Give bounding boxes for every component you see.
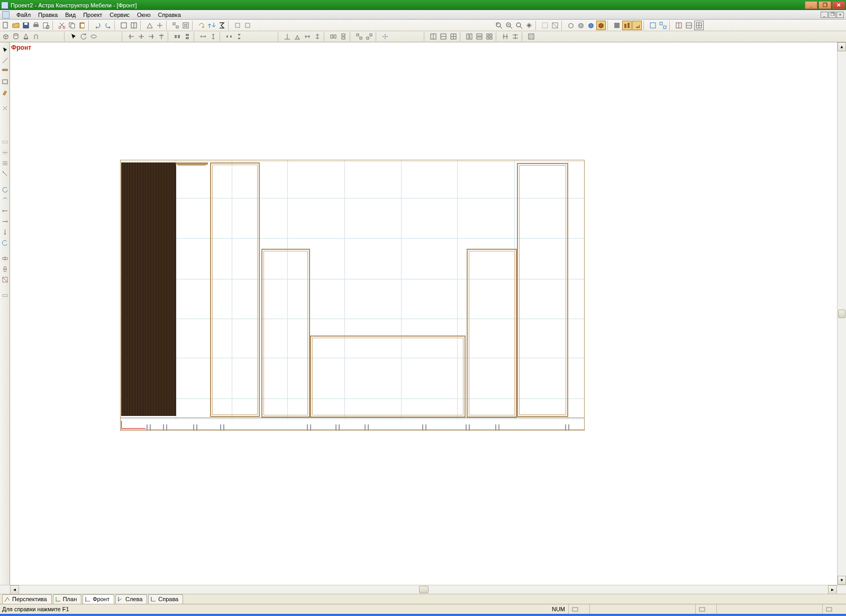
layout1-icon[interactable]: [674, 21, 684, 30]
open-icon[interactable]: [11, 21, 21, 30]
rect-tool-icon[interactable]: [1, 77, 9, 86]
grid-3-icon[interactable]: [449, 32, 458, 41]
align-4-icon[interactable]: [157, 32, 166, 41]
op-9-icon[interactable]: [1, 228, 9, 236]
vscroll-thumb[interactable]: [838, 310, 845, 318]
snap-8-icon[interactable]: [365, 32, 374, 41]
horizontal-scrollbar[interactable]: ◄ ►: [0, 585, 846, 594]
tool-a6-icon[interactable]: [181, 21, 190, 30]
paste-icon[interactable]: [77, 21, 87, 30]
op-1-icon[interactable]: [1, 138, 9, 146]
maximize-button[interactable]: ❐: [818, 1, 831, 9]
render2-icon[interactable]: [622, 21, 632, 30]
box-icon[interactable]: [1, 32, 11, 41]
snap-5-icon[interactable]: [329, 32, 338, 41]
tool-a10-icon[interactable]: [243, 21, 252, 30]
tab-left[interactable]: Слева: [115, 594, 147, 604]
cube1-icon[interactable]: [566, 21, 576, 30]
sigma-icon[interactable]: [217, 21, 226, 30]
op-14-icon[interactable]: [1, 291, 9, 300]
wire-icon[interactable]: [540, 21, 550, 30]
mdi-restore[interactable]: ❐: [829, 12, 836, 18]
op-12-icon[interactable]: [1, 265, 9, 273]
snap-6-icon[interactable]: [339, 32, 348, 41]
delete-tool-icon[interactable]: [1, 104, 9, 112]
pan-icon[interactable]: [524, 21, 534, 30]
scroll-right-button[interactable]: ►: [828, 585, 837, 594]
op-7-icon[interactable]: [1, 206, 9, 215]
snap-3-icon[interactable]: [303, 32, 312, 41]
view2-icon[interactable]: [658, 21, 668, 30]
grid-2-icon[interactable]: [439, 32, 448, 41]
layout2-icon[interactable]: [684, 21, 694, 30]
mdi-minimize[interactable]: _: [821, 12, 828, 18]
mdi-icon[interactable]: [2, 11, 10, 19]
menu-file[interactable]: Файл: [13, 11, 34, 19]
view1-icon[interactable]: [648, 21, 658, 30]
scroll-up-button[interactable]: ▲: [838, 42, 846, 51]
cube4-icon[interactable]: [596, 21, 606, 30]
scroll-left-button[interactable]: ◄: [10, 585, 19, 594]
snap-2-icon[interactable]: [293, 32, 302, 41]
grid-7-icon[interactable]: [501, 32, 510, 41]
dist-2-icon[interactable]: [208, 32, 218, 41]
tool-a1-icon[interactable]: [119, 21, 129, 30]
tool-a2-icon[interactable]: [129, 21, 139, 30]
grid-9-icon[interactable]: [526, 32, 536, 41]
cube3-icon[interactable]: [586, 21, 596, 30]
align-6-icon[interactable]: [183, 32, 192, 41]
menu-edit[interactable]: Правка: [34, 11, 61, 19]
cylinder-icon[interactable]: [11, 32, 21, 41]
tab-front[interactable]: Фронт: [83, 594, 114, 604]
grid-6-icon[interactable]: [485, 32, 494, 41]
grid-8-icon[interactable]: [511, 32, 520, 41]
panel-tool-icon[interactable]: [1, 67, 9, 75]
op-4-icon[interactable]: [1, 169, 9, 178]
dist-1-icon[interactable]: [198, 32, 208, 41]
tool-a7-icon[interactable]: [197, 21, 206, 30]
zoom-fit-icon[interactable]: [514, 21, 524, 30]
tool-a5-icon[interactable]: [171, 21, 180, 30]
tool-a3-icon[interactable]: [145, 21, 154, 30]
menu-view[interactable]: Вид: [61, 11, 79, 19]
hidden-icon[interactable]: [550, 21, 560, 30]
new-icon[interactable]: [1, 21, 11, 30]
tool-a8-icon[interactable]: [207, 21, 216, 30]
snap-4-icon[interactable]: [313, 32, 322, 41]
tab-plan[interactable]: План: [53, 594, 82, 604]
print-preview-icon[interactable]: [41, 21, 51, 30]
cursor-icon[interactable]: [69, 32, 78, 41]
canvas[interactable]: Фронт: [10, 42, 837, 585]
undo-icon[interactable]: [93, 21, 103, 30]
copy-icon[interactable]: [67, 21, 77, 30]
tab-perspective[interactable]: Перспектива: [2, 594, 52, 604]
grid-1-icon[interactable]: [429, 32, 438, 41]
op-10-icon[interactable]: [1, 238, 9, 247]
align-3-icon[interactable]: [147, 32, 156, 41]
redo-icon[interactable]: [103, 21, 113, 30]
cube2-icon[interactable]: [576, 21, 586, 30]
hscroll-thumb[interactable]: [419, 586, 429, 593]
menu-project[interactable]: Проект: [79, 11, 106, 19]
save-icon[interactable]: [21, 21, 31, 30]
extrude-icon[interactable]: [31, 32, 41, 41]
rotate-icon[interactable]: [79, 32, 88, 41]
op-3-icon[interactable]: [1, 159, 9, 167]
op-5-icon[interactable]: [1, 185, 9, 194]
scale-icon[interactable]: [89, 32, 98, 41]
cut-icon[interactable]: [57, 21, 67, 30]
tool-a4-icon[interactable]: [155, 21, 165, 30]
render1-icon[interactable]: [612, 21, 622, 30]
grid-5-icon[interactable]: [475, 32, 484, 41]
pointer-tool-icon[interactable]: [1, 46, 9, 54]
menu-window[interactable]: Окно: [133, 11, 154, 19]
mdi-close[interactable]: ×: [836, 12, 844, 18]
tool-a9-icon[interactable]: [233, 21, 242, 30]
minimize-button[interactable]: _: [805, 1, 817, 9]
render3-icon[interactable]: [632, 21, 642, 30]
align-1-icon[interactable]: [126, 32, 136, 41]
scroll-down-button[interactable]: ▼: [838, 576, 846, 585]
line-tool-icon[interactable]: [1, 56, 9, 65]
zoom-area-icon[interactable]: [494, 21, 504, 30]
snap-1-icon[interactable]: [283, 32, 292, 41]
